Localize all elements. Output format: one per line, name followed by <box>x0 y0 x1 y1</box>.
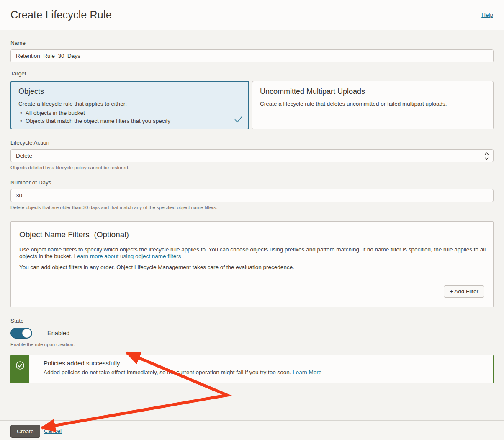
add-filter-button[interactable]: + Add Filter <box>444 285 484 298</box>
toggle-knob <box>22 329 31 338</box>
target-card-multipart-title: Uncommitted Multipart Uploads <box>260 87 486 96</box>
number-of-days-helper: Delete objects that are older than 30 da… <box>10 205 494 210</box>
success-alert: Policies added successfully. Added polic… <box>10 355 494 383</box>
learn-more-filters-link[interactable]: Learn more about using object name filte… <box>74 253 181 259</box>
number-of-days-input[interactable] <box>10 189 494 202</box>
target-card-multipart-description: Create a lifecycle rule that deletes unc… <box>260 101 486 107</box>
learn-more-link[interactable]: Learn More <box>293 369 321 375</box>
target-card-objects-title: Objects <box>18 87 241 96</box>
success-alert-strip <box>11 355 29 383</box>
lifecycle-action-select[interactable]: Delete <box>10 149 494 162</box>
target-card-objects-intro: Create a lifecycle rule that applies to … <box>18 101 241 107</box>
bullet-item: All objects in the bucket <box>18 109 241 117</box>
selected-check-icon <box>234 115 243 124</box>
help-link[interactable]: Help <box>481 12 493 18</box>
state-value: Enabled <box>47 330 69 336</box>
target-label: Target <box>10 70 494 77</box>
target-card-objects[interactable]: Objects Create a lifecycle rule that app… <box>10 81 249 129</box>
lifecycle-action-value: Delete <box>16 153 32 159</box>
create-lifecycle-rule-page: Create Lifecycle Rule Help Name Target O… <box>0 0 504 440</box>
object-name-filters-title: Object Name Filters (Optional) <box>19 230 485 239</box>
alert-message-text: Added policies do not take effect immedi… <box>44 369 293 375</box>
object-name-filters-panel: Object Name Filters (Optional) Use objec… <box>10 221 494 307</box>
state-helper: Enable the rule upon creation. <box>10 342 494 347</box>
object-name-filters-note: You can add object filters in any order.… <box>19 264 485 270</box>
panel-title-text: Object Name Filters <box>19 230 90 239</box>
state-label: State <box>10 318 494 324</box>
success-alert-message: Added policies do not take effect immedi… <box>44 369 321 375</box>
object-name-filters-description: Use object name filters to specify which… <box>19 246 487 260</box>
success-alert-title: Policies added successfully. <box>44 360 321 367</box>
page-footer: Create Cancel <box>0 420 504 440</box>
bullet-item: Objects that match the object name filte… <box>18 117 241 125</box>
form-content: Name Target Objects Create a lifecycle r… <box>10 30 494 383</box>
target-card-multipart[interactable]: Uncommitted Multipart Uploads Create a l… <box>252 81 494 129</box>
target-cards: Objects Create a lifecycle rule that app… <box>10 81 494 129</box>
state-row: Enabled <box>10 328 494 339</box>
panel-title-suffix: (Optional) <box>94 230 129 239</box>
select-caret-icon <box>484 152 489 162</box>
page-header: Create Lifecycle Rule Help <box>0 0 504 30</box>
name-input[interactable] <box>10 49 494 62</box>
lifecycle-action-helper: Objects deleted by a lifecycle policy ca… <box>10 165 494 170</box>
page-title: Create Lifecycle Rule <box>10 9 112 21</box>
name-label: Name <box>10 40 494 46</box>
success-check-icon <box>15 361 25 383</box>
create-button[interactable]: Create <box>10 425 40 438</box>
target-card-objects-bullets: All objects in the bucket Objects that m… <box>18 109 241 125</box>
lifecycle-action-label: Lifecycle Action <box>10 140 494 146</box>
number-of-days-label: Number of Days <box>10 179 494 186</box>
success-alert-body: Policies added successfully. Added polic… <box>29 355 327 383</box>
cancel-link[interactable]: Cancel <box>44 428 62 434</box>
state-toggle[interactable] <box>10 328 32 339</box>
